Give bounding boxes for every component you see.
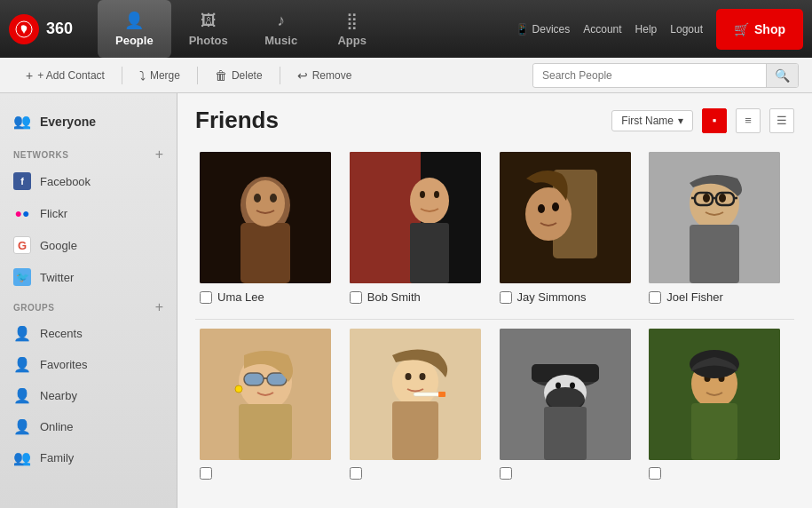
content-header: Friends First Name ▾ ▪ ≡ ☰ [195, 107, 794, 134]
nav-tab-music[interactable]: ♪ Music [246, 0, 317, 58]
svg-point-17 [552, 202, 559, 211]
person-checkbox-p5[interactable] [200, 467, 212, 480]
trash-icon: 🗑 [215, 68, 227, 83]
svg-point-33 [235, 385, 242, 393]
content-area: Friends First Name ▾ ▪ ≡ ☰ [177, 93, 812, 508]
search-button[interactable]: 🔍 [766, 64, 798, 87]
people-nav-label: People [115, 34, 154, 47]
sidebar-item-recents[interactable]: 👤 Recents [0, 318, 177, 349]
svg-point-11 [434, 191, 439, 198]
svg-point-37 [405, 373, 411, 380]
sidebar-item-google[interactable]: G Google [0, 229, 177, 261]
add-group-button[interactable]: + [155, 300, 163, 314]
person-card-p7[interactable] [495, 324, 645, 490]
online-icon: 👤 [13, 418, 31, 435]
sidebar-item-nearby[interactable]: 👤 Nearby [0, 380, 177, 411]
person-photo-p6 [350, 329, 481, 460]
nav-tab-people[interactable]: 👤 People [98, 0, 171, 58]
page-title: Friends [195, 107, 279, 134]
toolbar: + + Add Contact ⤵ Merge 🗑 Delete ↩ Remov… [0, 58, 812, 93]
svg-point-21 [719, 194, 726, 202]
sidebar-item-facebook[interactable]: f Facebook [0, 165, 177, 197]
person-card-joel-fisher[interactable]: Joel Fisher [644, 147, 794, 314]
logout-link[interactable]: Logout [670, 23, 703, 36]
person-card-bob-smith[interactable]: Bob Smith [345, 147, 495, 314]
help-link[interactable]: Help [635, 23, 658, 36]
add-contact-button[interactable]: + + Add Contact [13, 63, 117, 88]
person-name-row-p5 [200, 467, 217, 480]
person-name-uma: Uma Lee [217, 290, 264, 304]
svg-point-9 [410, 178, 449, 224]
account-link[interactable]: Account [583, 23, 621, 36]
sidebar-item-family[interactable]: 👥 Family [0, 442, 177, 473]
sidebar-item-favorites[interactable]: 👤 Favorites [0, 349, 177, 380]
view-grid-button[interactable]: ▪ [702, 108, 727, 133]
sidebar: 👥 Everyone Networks + f Facebook ●● Flic… [0, 93, 177, 508]
person-name-row-bob: Bob Smith [350, 290, 421, 304]
sidebar-item-flickr[interactable]: ●● Flickr [0, 197, 177, 229]
google-icon: G [13, 236, 31, 254]
person-photo-uma [200, 152, 331, 283]
person-name-joel: Joel Fisher [666, 290, 723, 304]
svg-rect-41 [392, 401, 438, 460]
sidebar-item-everyone[interactable]: 👥 Everyone [0, 102, 177, 140]
add-network-button[interactable]: + [155, 147, 163, 162]
merge-button[interactable]: ⤵ Merge [127, 63, 193, 88]
list-view-icon: ≡ [745, 114, 752, 127]
person-card-jay-simmons[interactable]: Jay Simmons [495, 147, 645, 314]
grid-view-icon: ▪ [713, 114, 717, 127]
view-detail-button[interactable]: ☰ [769, 108, 794, 133]
sidebar-item-online[interactable]: 👤 Online [0, 411, 177, 442]
app-name: 360 [46, 20, 73, 38]
sidebar-item-twitter[interactable]: 🐦 Twitter [0, 261, 177, 293]
svg-rect-30 [244, 373, 264, 385]
person-checkbox-bob[interactable] [350, 291, 362, 304]
person-card-p6[interactable] [345, 324, 495, 490]
merge-icon: ⤵ [139, 68, 146, 83]
sort-dropdown[interactable]: First Name ▾ [611, 110, 693, 131]
nav-tab-photos[interactable]: 🖼 Photos [171, 0, 246, 58]
person-photo-jay [500, 152, 631, 283]
person-card-uma-lee[interactable]: Uma Lee [195, 147, 345, 314]
networks-section-header: Networks + [0, 140, 177, 165]
person-checkbox-p8[interactable] [649, 467, 661, 480]
apps-nav-label: Apps [337, 34, 367, 47]
svg-point-6 [270, 194, 277, 202]
search-input[interactable] [533, 65, 766, 86]
delete-button[interactable]: 🗑 Delete [202, 63, 275, 88]
person-checkbox-joel[interactable] [649, 291, 661, 304]
person-checkbox-p6[interactable] [350, 467, 362, 480]
remove-button[interactable]: ↩ Remove [285, 63, 365, 88]
cart-icon: 🛒 [734, 22, 749, 36]
people-grid-row1: Uma Lee Bob Smi [195, 147, 794, 490]
shop-button[interactable]: 🛒 Shop [716, 9, 803, 50]
person-photo-p5 [200, 329, 331, 460]
photos-nav-icon: 🖼 [201, 12, 217, 30]
twitter-icon: 🐦 [13, 268, 31, 286]
person-name-bob: Bob Smith [367, 290, 421, 304]
content-controls: First Name ▾ ▪ ≡ ☰ [611, 108, 794, 133]
grid-row-divider [195, 319, 794, 320]
person-name-row-p6 [350, 467, 367, 480]
svg-point-47 [556, 383, 561, 389]
person-card-p5[interactable] [195, 324, 345, 490]
detail-view-icon: ☰ [777, 114, 787, 127]
person-checkbox-jay[interactable] [500, 291, 512, 304]
app-logo: 360 [9, 14, 89, 44]
person-photo-p7 [500, 329, 631, 460]
view-list-button[interactable]: ≡ [736, 108, 761, 133]
svg-point-48 [570, 383, 575, 389]
svg-point-36 [392, 357, 438, 407]
person-checkbox-uma[interactable] [200, 291, 212, 304]
person-name-row-p8 [649, 467, 666, 480]
person-checkbox-p7[interactable] [500, 467, 512, 480]
person-photo-joel [649, 152, 780, 283]
devices-icon: 📱 [516, 23, 529, 36]
favorites-icon: 👤 [13, 356, 31, 373]
people-nav-icon: 👤 [124, 11, 144, 30]
devices-link[interactable]: 📱 Devices [516, 23, 571, 36]
person-card-p8[interactable] [644, 324, 794, 490]
nav-tab-apps[interactable]: ⣿ Apps [317, 0, 388, 58]
svg-point-10 [420, 191, 425, 198]
music-nav-icon: ♪ [277, 12, 285, 30]
